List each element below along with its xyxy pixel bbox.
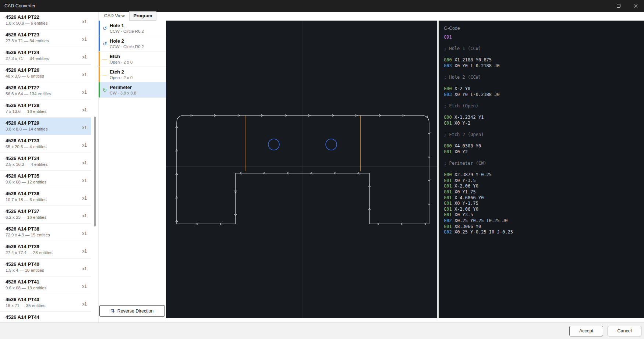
gcode-line: G01 X-2.06 Y0	[439, 207, 644, 213]
tab-cad-view[interactable]: CAD View	[100, 11, 129, 21]
part-count: x1	[82, 160, 87, 165]
part-texts: 4526 A14 PT419.6 x 68 — 13 entities	[6, 279, 82, 294]
gcode-panel: G-Code G91 ; Hole 1 (CCW) G00 X1.2188 Y0…	[439, 21, 644, 318]
part-count: x1	[82, 143, 87, 148]
gcode-line	[439, 138, 644, 144]
part-texts: 4526 A14 PT376.2 x 23 — 16 entities	[6, 208, 82, 223]
operation-texts: Hole 2CCW · Circle R0.2	[110, 38, 144, 49]
part-list-item[interactable]: 4526 A14 PT2327.3 x 71 — 34 entitiesx1	[0, 29, 91, 47]
part-detail: 9.6 x 68 — 13 entities	[6, 286, 82, 290]
part-texts: 4526 A14 PT2756.6 x 64 — 134 entities	[6, 85, 82, 100]
part-list-item[interactable]: 4526 A14 PT221.8 x 50.9 — 6 entitiesx1	[0, 12, 91, 29]
part-list-item[interactable]: 4526 A14 PT2427.3 x 71 — 34 entitiesx1	[0, 47, 91, 65]
maximize-button[interactable]	[610, 0, 627, 12]
operation-row[interactable]: —Etch 2Open · 2 x 0	[99, 67, 166, 82]
gcode-line: G01 X8.3066 Y0	[439, 224, 644, 230]
gcode-args: X0 Y1.75	[452, 189, 476, 195]
part-count: x1	[82, 301, 87, 307]
gcode-command: G01	[444, 121, 452, 126]
gcode-command: G03	[444, 92, 452, 97]
part-name: 4526 A14 PT28	[6, 103, 82, 108]
part-detail: 2.5 x 16.3 — 4 entities	[6, 162, 82, 167]
gcode-args: X2.3879 Y-0.25	[452, 172, 492, 177]
part-list-item[interactable]: 4526 A14 PT2756.6 x 64 — 134 entitiesx1	[0, 82, 91, 100]
part-detail: 56.6 x 64 — 134 entities	[6, 92, 82, 96]
cad-drawing	[166, 21, 437, 318]
gcode-line: ; Perimeter (CW)	[439, 161, 644, 167]
gcode-command: G01	[444, 207, 452, 212]
line-icon: —	[100, 56, 110, 62]
part-name: 4526 A14 PT40	[6, 261, 82, 267]
operation-title: Etch 2	[110, 69, 132, 75]
operation-list: ↺Hole 1CCW · Circle R0.2↺Hole 2CCW · Cir…	[99, 21, 166, 98]
close-button[interactable]	[627, 0, 644, 12]
part-list-item[interactable]: 4526 A14 PT4318 x 71 — 35 entitiesx1	[0, 294, 91, 312]
operation-row[interactable]: ↺Hole 2CCW · Circle R0.2	[99, 36, 166, 51]
operation-row[interactable]: ↻PerimeterCW · 3.8 x 8.8	[99, 82, 166, 98]
part-texts: 4526 A14 PT3365 x 20.6 — 4 entities	[6, 138, 82, 153]
operation-texts: Etch 2Open · 2 x 0	[110, 69, 132, 80]
gcode-line: G02 X0.25 Y-0.25 I0 J-0.25	[439, 229, 644, 235]
part-texts: 4526 A14 PT342.5 x 16.3 — 4 entities	[6, 156, 82, 170]
part-detail: 7 x 13.6 — 16 entities	[6, 109, 82, 114]
part-list-item[interactable]: 4526 A14 PT342.5 x 16.3 — 4 entitiesx1	[0, 153, 91, 171]
accept-button[interactable]: Accept	[569, 326, 603, 336]
sidebar-scrollbar[interactable]	[91, 12, 99, 322]
part-list-item[interactable]: 4526 A14 PT3365 x 20.6 — 4 entitiesx1	[0, 135, 91, 153]
tabstrip: CAD View Program	[99, 12, 644, 21]
right-region: CAD View Program ↺Hole 1CCW · Circle R0.…	[99, 12, 644, 322]
part-detail: 18 x 71 — 35 entities	[6, 303, 82, 308]
gcode-command: G00	[444, 86, 452, 91]
part-list-item[interactable]: 4526 A14 PT419.6 x 68 — 13 entitiesx1	[0, 276, 91, 294]
gcode-args: X-2 Y0	[452, 86, 471, 91]
titlebar: CAD Converter	[0, 0, 644, 12]
part-texts: 4526 A14 PT44	[6, 314, 87, 322]
part-list-item[interactable]: 4526 A14 PT44	[0, 312, 91, 322]
hole-circle	[326, 139, 337, 150]
part-list-item[interactable]: 4526 A14 PT401.5 x 4 — 10 entitiesx1	[0, 259, 91, 276]
tab-program[interactable]: Program	[129, 11, 157, 21]
gcode-command: G91	[444, 35, 452, 40]
part-texts: 4526 A14 PT2327.3 x 71 — 34 entities	[6, 32, 82, 47]
gcode-args: X-4.6866 Y0	[452, 195, 484, 200]
ccw-icon: ↺	[100, 25, 110, 31]
maximize-icon	[617, 4, 620, 8]
part-count: x1	[82, 125, 87, 130]
part-texts: 4526 A14 PT4318 x 71 — 35 entities	[6, 297, 82, 311]
part-list-item[interactable]: 4526 A14 PT287 x 13.6 — 16 entitiesx1	[0, 100, 91, 118]
gcode-line: G00 X-1.2342 Y1	[439, 115, 644, 121]
gcode-command: G01	[444, 189, 452, 195]
gcode-line	[439, 52, 644, 58]
gcode-line: G01 X0 Y-3.5	[439, 178, 644, 184]
cancel-button[interactable]: Cancel	[608, 326, 641, 336]
gcode-command: G00	[444, 115, 452, 120]
part-name: 4526 A14 PT44	[6, 314, 87, 320]
operation-subtitle: Open · 2 x 0	[110, 75, 132, 80]
gcode-line	[439, 155, 644, 161]
part-list-item[interactable]: 4526 A14 PT293.8 x 8.8 — 14 entitiesx1	[0, 118, 91, 135]
gcode-args: X8.3066 Y0	[452, 224, 481, 229]
operation-row[interactable]: —EtchOpen · 2 x 0	[99, 51, 166, 67]
part-list-item[interactable]: 4526 A14 PT3610.7 x 18 — 6 entitiesx1	[0, 188, 91, 206]
gcode-args: X0 Y0 I-0.2188 J0	[452, 63, 500, 68]
part-detail: 27.3 x 71 — 34 entities	[6, 39, 82, 43]
gcode-line: G00 X1.2188 Y0.875	[439, 57, 644, 63]
cad-canvas[interactable]	[166, 21, 437, 318]
gcode-args: X0 Y3.5	[452, 212, 473, 217]
gcode-listing: G91 ; Hole 1 (CCW) G00 X1.2188 Y0.875G03…	[439, 35, 644, 235]
gcode-line: G01 X0 Y-1.75	[439, 201, 644, 207]
operation-row[interactable]: ↺Hole 1CCW · Circle R0.2	[99, 21, 166, 36]
close-icon	[633, 4, 638, 8]
part-list-item[interactable]: 4526 A14 PT359.6 x 68 — 12 entitiesx1	[0, 171, 91, 188]
reverse-direction-button[interactable]: ⇅ Reverse Direction	[99, 305, 165, 317]
part-name: 4526 A14 PT36	[6, 191, 82, 196]
part-name: 4526 A14 PT39	[6, 244, 82, 249]
part-detail: 72.9 x 4.9 — 15 entities	[6, 233, 82, 237]
operation-subtitle: CCW · Circle R0.2	[110, 29, 144, 33]
scrollbar-thumb[interactable]	[94, 117, 96, 226]
part-list-item[interactable]: 4526 A14 PT3927.4 x 77.4 — 28 entitiesx1	[0, 241, 91, 259]
part-list-item[interactable]: 4526 A14 PT3872.9 x 4.9 — 15 entitiesx1	[0, 224, 91, 241]
gcode-line: G00 X2.3879 Y-0.25	[439, 172, 644, 178]
part-list-item[interactable]: 4526 A14 PT376.2 x 23 — 16 entitiesx1	[0, 206, 91, 224]
part-list-item[interactable]: 4526 A14 PT2648 x 3.5 — 6 entitiesx1	[0, 65, 91, 82]
